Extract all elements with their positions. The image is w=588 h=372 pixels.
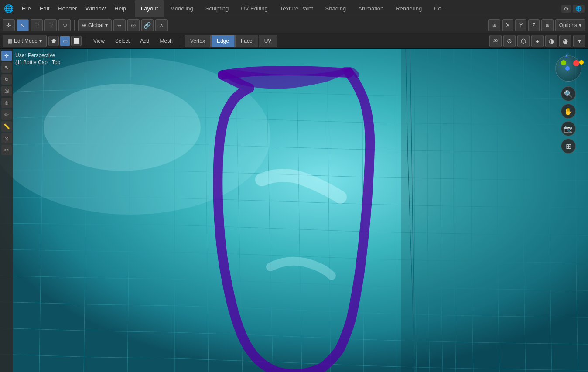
move-tool[interactable]: ↖ [1,62,12,73]
pan-icon: ✋ [564,107,573,116]
left-tool-sidebar: ✛ ↖ ↻ ⇲ ⊕ ✏ 📏 ⧖ ✂ [0,49,13,372]
camera-btn[interactable]: 📷 [561,121,576,136]
uv-select-btn[interactable]: UV [259,35,277,47]
zoom-btn[interactable]: 🔍 [561,86,576,101]
grid-btn[interactable]: ⊞ [561,139,576,154]
transform-orientations-btn[interactable]: ⊞ [541,19,554,31]
tab-sculpting[interactable]: Sculpting [199,0,235,17]
loop-cut-tool[interactable]: ⧖ [1,133,12,143]
cursor-tool[interactable]: ✛ [1,51,12,61]
menu-edit[interactable]: Edit [35,0,54,17]
edge-select-btn[interactable]: Edge [211,35,235,47]
snap-btn[interactable]: 🔗 [141,19,154,31]
grid-icon: ⊞ [566,142,571,150]
face-select-btn[interactable]: Face [235,35,258,47]
add-menu-btn[interactable]: Add [136,35,154,47]
knife-tool[interactable]: ✂ [1,145,12,155]
circle-select-btn[interactable]: ⬭ [58,19,71,31]
menu-render[interactable]: Render [54,0,81,17]
workspace-tabs: Layout Modeling Sculpting UV Editing Tex… [135,0,452,17]
cursor-mode-btn[interactable]: ✛ [3,19,15,31]
vertex-mode-icon[interactable]: ⬟ [48,36,59,46]
chevron-down-icon: ▾ [105,22,108,28]
separator-2 [85,36,85,46]
annotate-tool[interactable]: ✏ [1,109,12,120]
x-axis-dot [573,60,579,66]
scene-icon[interactable]: ⊙ [561,5,571,13]
lasso-select-btn[interactable]: ⬚ [31,19,43,31]
view-layer-icon[interactable]: ⊞ [488,19,500,31]
options-dropdown[interactable]: Options ▾ [555,19,585,31]
transform-label: Global [88,22,103,28]
box-select-btn[interactable]: ⬚ [44,19,57,31]
edit-toolbar: ▦ Edit Mode ▾ ⬟ ▭ ⬜ View Select Add Mesh… [0,33,588,49]
options-chevron-icon: ▾ [579,22,581,28]
tab-shading[interactable]: Shading [319,0,352,17]
options-label: Options [559,22,577,28]
material-btn[interactable]: ◑ [545,35,557,47]
viewport-background [0,49,588,372]
z-axis-btn[interactable]: Z [528,19,539,31]
face-mode-icon[interactable]: ⬜ [71,36,82,46]
z-axis-label: Z [565,53,568,58]
pan-btn[interactable]: ✋ [561,104,576,119]
transform-origin-dropdown[interactable]: ⊕ Global ▾ [78,19,112,31]
main-toolbar: ✛ ↖ ⬚ ⬚ ⬭ ⊕ Global ▾ ↔ ⊙ 🔗 ∧ ⊞ X Y Z ⊞ O… [0,17,588,33]
measure-tool[interactable]: 📏 [1,121,12,132]
zoom-icon: 🔍 [564,90,573,98]
y-axis-btn[interactable]: Y [515,19,526,31]
wireframe-btn[interactable]: ⬡ [517,35,530,47]
edit-mode-icon: ▦ [7,38,12,44]
snap-dropdown-btn[interactable]: ↔ [113,19,126,31]
separator-3 [181,36,181,46]
edit-mode-label: Edit Mode [14,38,38,44]
tab-uv-editing[interactable]: UV Editing [235,0,273,17]
x-axis-btn[interactable]: X [502,19,513,31]
mesh-menu-btn[interactable]: Mesh [156,35,177,47]
select-menu-btn[interactable]: Select [111,35,134,47]
view-menu-btn[interactable]: View [89,35,109,47]
menu-file[interactable]: File [17,0,35,17]
y-axis-dot [561,60,566,65]
camera-icon: 📷 [564,125,573,133]
edit-mode-dropdown[interactable]: ▦ Edit Mode ▾ [3,35,47,47]
edit-mode-chevron-icon: ▾ [39,38,42,44]
separator-1 [74,20,75,31]
select-mode-buttons: Vertex Edge Face UV [185,35,277,47]
tab-compositing[interactable]: Co... [428,0,452,17]
menu-window[interactable]: Window [81,0,110,17]
tab-layout[interactable]: Layout [135,0,164,17]
tab-texture-paint[interactable]: Texture Paint [274,0,319,17]
tab-animation[interactable]: Animation [352,0,390,17]
z-neg-dot [565,66,570,71]
solid-btn[interactable]: ● [531,35,544,47]
top-right-controls: ⊙ 🌐 [561,5,588,13]
render-preview-btn[interactable]: ◕ [559,35,571,47]
render-icon[interactable]: 🌐 [573,5,585,13]
proportional-edit-btn[interactable]: ⊙ [127,19,140,31]
menu-help[interactable]: Help [110,0,130,17]
blender-logo[interactable]: 🌐 [0,0,17,17]
more-options-btn[interactable]: ▾ [573,35,585,47]
right-gizmo-panel: Z 🔍 ✋ 📷 ⊞ [553,53,584,154]
right-toolbar-controls: 👁 ⊙ ⬡ ● ◑ ◕ ▾ [489,35,585,47]
shading-icon[interactable]: ⊙ [503,35,516,47]
vertex-select-btn[interactable]: Vertex [185,35,211,47]
navigation-gizmo[interactable]: Z [553,53,584,84]
rotate-tool[interactable]: ↻ [1,74,12,85]
proportional-falloff-btn[interactable]: ∧ [155,19,168,31]
edge-mode-icon[interactable]: ▭ [60,36,70,46]
transform-tool[interactable]: ⊕ [1,98,12,108]
tab-modeling[interactable]: Modeling [164,0,199,17]
overlay-icon[interactable]: 👁 [489,35,502,47]
x-neg-dot [579,60,584,65]
scale-tool[interactable]: ⇲ [1,86,12,96]
3d-viewport[interactable]: ✛ ↖ ↻ ⇲ ⊕ ✏ 📏 ⧖ ✂ User Perspective (1) B… [0,49,588,372]
mesh-mode-icons: ⬟ ▭ ⬜ [48,36,82,46]
top-menu-bar: 🌐 File Edit Render Window Help Layout Mo… [0,0,588,17]
tab-rendering[interactable]: Rendering [390,0,428,17]
transform-icon: ⊕ [82,22,86,28]
select-mode-btn[interactable]: ↖ [17,19,29,31]
